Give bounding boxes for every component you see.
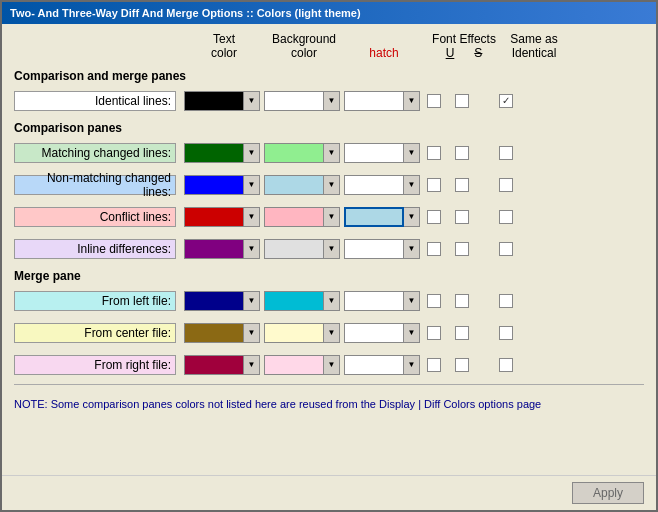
identical-bg-dropdown[interactable]: ▼ (324, 91, 340, 111)
column-headers: Textcolor Backgroundcolor hatch Font Eff… (14, 32, 644, 61)
row-inline: Inline differences: ▼ ▼ ▼ (14, 236, 644, 262)
row-nonmatching: Non-matching changed lines: ▼ ▼ ▼ (14, 172, 644, 198)
fromcenter-same-checkbox[interactable] (499, 326, 513, 340)
matching-bg-color[interactable]: ▼ (264, 143, 340, 163)
identical-text-color[interactable]: ▼ (184, 91, 260, 111)
nonmatching-label: Non-matching changed lines: (14, 175, 176, 195)
identical-label: Identical lines: (14, 91, 176, 111)
fromleft-label: From left file: (14, 291, 176, 311)
fromcenter-s-checkbox[interactable] (455, 326, 469, 340)
row-conflict: Conflict lines: ▼ ▼ ▼ (14, 204, 644, 230)
inline-u-checkbox[interactable] (427, 242, 441, 256)
matching-text-color[interactable]: ▼ (184, 143, 260, 163)
identical-bg-color[interactable]: ▼ (264, 91, 340, 111)
matching-hatch-color[interactable]: ▼ (344, 143, 420, 163)
fromleft-bg-color[interactable]: ▼ (264, 291, 340, 311)
nonmatching-hatch-color[interactable]: ▼ (344, 175, 420, 195)
inline-label: Inline differences: (14, 239, 176, 259)
conflict-text-color[interactable]: ▼ (184, 207, 260, 227)
conflict-u-checkbox[interactable] (427, 210, 441, 224)
row-fromleft: From left file: ▼ ▼ ▼ (14, 288, 644, 314)
inline-s-checkbox[interactable] (455, 242, 469, 256)
text-color-header: Textcolor (184, 32, 264, 61)
fromcenter-label: From center file: (14, 323, 176, 343)
row-identical: Identical lines: ▼ ▼ ▼ ✓ (14, 88, 644, 114)
window-title: Two- And Three-Way Diff And Merge Option… (10, 7, 361, 19)
row-matching: Matching changed lines: ▼ ▼ ▼ (14, 140, 644, 166)
main-window: Two- And Three-Way Diff And Merge Option… (0, 0, 658, 512)
u-header: U (446, 46, 455, 60)
hatch-header: hatch (344, 46, 424, 60)
note-text: NOTE: Some comparison panes colors not l… (14, 394, 644, 414)
fromright-text-color[interactable]: ▼ (184, 355, 260, 375)
identical-s-checkbox[interactable] (455, 94, 469, 108)
fromright-u-checkbox[interactable] (427, 358, 441, 372)
separator (14, 384, 644, 385)
fromright-label: From right file: (14, 355, 176, 375)
fromright-hatch-color[interactable]: ▼ (344, 355, 420, 375)
title-bar: Two- And Three-Way Diff And Merge Option… (2, 2, 656, 24)
inline-same-checkbox[interactable] (499, 242, 513, 256)
s-header: S (474, 46, 482, 60)
conflict-bg-color[interactable]: ▼ (264, 207, 340, 227)
inline-text-color[interactable]: ▼ (184, 239, 260, 259)
matching-label: Matching changed lines: (14, 143, 176, 163)
fromleft-hatch-color[interactable]: ▼ (344, 291, 420, 311)
bottom-bar: Apply (2, 475, 656, 510)
row-fromright: From right file: ▼ ▼ ▼ (14, 352, 644, 378)
identical-text-dropdown[interactable]: ▼ (244, 91, 260, 111)
identical-hatch-dropdown[interactable]: ▼ (404, 91, 420, 111)
fromcenter-text-color[interactable]: ▼ (184, 323, 260, 343)
row-fromcenter: From center file: ▼ ▼ ▼ (14, 320, 644, 346)
fromcenter-u-checkbox[interactable] (427, 326, 441, 340)
conflict-s-checkbox[interactable] (455, 210, 469, 224)
matching-same-checkbox[interactable] (499, 146, 513, 160)
nonmatching-s-checkbox[interactable] (455, 178, 469, 192)
fromright-bg-color[interactable]: ▼ (264, 355, 340, 375)
fromleft-same-checkbox[interactable] (499, 294, 513, 308)
identical-same-checkbox[interactable]: ✓ (499, 94, 513, 108)
conflict-same-checkbox[interactable] (499, 210, 513, 224)
nonmatching-text-color[interactable]: ▼ (184, 175, 260, 195)
bg-color-header: Backgroundcolor (264, 32, 344, 61)
fromright-s-checkbox[interactable] (455, 358, 469, 372)
same-as-header: Same asIdentical (504, 32, 564, 61)
identical-u-checkbox[interactable] (427, 94, 441, 108)
section-merge: Merge pane (14, 269, 644, 283)
fromcenter-hatch-color[interactable]: ▼ (344, 323, 420, 343)
section-comparison-merge: Comparison and merge panes (14, 69, 644, 83)
fromleft-text-color[interactable]: ▼ (184, 291, 260, 311)
conflict-hatch-color[interactable]: ▼ (344, 207, 420, 227)
fromleft-u-checkbox[interactable] (427, 294, 441, 308)
section-comparison: Comparison panes (14, 121, 644, 135)
conflict-label: Conflict lines: (14, 207, 176, 227)
inline-hatch-color[interactable]: ▼ (344, 239, 420, 259)
content-area: Textcolor Backgroundcolor hatch Font Eff… (2, 24, 656, 475)
identical-hatch-color[interactable]: ▼ (344, 91, 420, 111)
nonmatching-same-checkbox[interactable] (499, 178, 513, 192)
fromcenter-bg-color[interactable]: ▼ (264, 323, 340, 343)
matching-u-checkbox[interactable] (427, 146, 441, 160)
apply-button[interactable]: Apply (572, 482, 644, 504)
fromright-same-checkbox[interactable] (499, 358, 513, 372)
font-effects-header: Font Effects U S (424, 32, 504, 61)
inline-bg-color[interactable]: ▼ (264, 239, 340, 259)
nonmatching-u-checkbox[interactable] (427, 178, 441, 192)
matching-s-checkbox[interactable] (455, 146, 469, 160)
fromleft-s-checkbox[interactable] (455, 294, 469, 308)
nonmatching-bg-color[interactable]: ▼ (264, 175, 340, 195)
